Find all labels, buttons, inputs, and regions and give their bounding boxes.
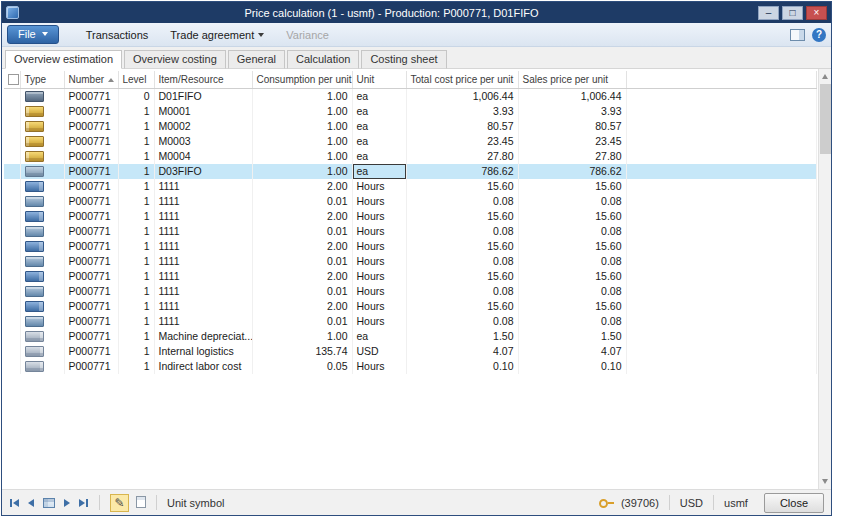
edit-mode-button[interactable]: ✎ xyxy=(110,494,129,512)
cell-unit: Hours xyxy=(352,224,406,239)
scroll-up-icon[interactable] xyxy=(819,70,831,83)
file-menu-button[interactable]: File xyxy=(7,25,59,44)
cell-sales-price: 4.07 xyxy=(518,344,626,359)
file-menu-label: File xyxy=(18,28,36,40)
table-row[interactable]: P000771 1 1111 2.00 Hours 15.60 15.60 xyxy=(4,239,817,254)
column-header-number[interactable]: Number xyxy=(64,71,118,88)
table-row[interactable]: P000771 1 1111 0.01 Hours 0.08 0.08 xyxy=(4,194,817,209)
grid-view-button[interactable] xyxy=(42,496,56,510)
statusbar-separator xyxy=(713,495,714,510)
indirect-cost-icon xyxy=(25,331,44,342)
cell-item-resource: Internal logistics xyxy=(154,344,252,359)
vertical-scrollbar[interactable] xyxy=(818,69,831,489)
table-row[interactable]: P000771 1 M0001 1.00 ea 3.93 3.93 xyxy=(4,104,817,119)
document-icon xyxy=(136,496,146,508)
table-row[interactable]: P000771 1 D03FIFO 1.00 ea 786.62 786.62 xyxy=(4,164,817,179)
tab-costing-sheet[interactable]: Costing sheet xyxy=(361,50,446,69)
minimize-button[interactable]: – xyxy=(758,6,779,20)
cell-total-cost-price: 0.08 xyxy=(406,314,518,329)
currency-indicator[interactable]: USD xyxy=(680,497,703,509)
select-all-header[interactable] xyxy=(4,71,20,88)
first-record-button[interactable] xyxy=(9,497,20,509)
cell-sales-price: 0.10 xyxy=(518,359,626,374)
cell-sales-price: 15.60 xyxy=(518,209,626,224)
table-row[interactable]: P000771 1 M0004 1.00 ea 27.80 27.80 xyxy=(4,149,817,164)
company-indicator[interactable]: usmf xyxy=(724,497,748,509)
cell-filler xyxy=(626,119,817,134)
maximize-button[interactable]: □ xyxy=(782,6,803,20)
cell-select xyxy=(4,194,20,209)
grid-header-row: Type Number Level Item/Resource Consumpt… xyxy=(4,71,817,88)
close-icon[interactable]: × xyxy=(806,6,827,20)
cell-type xyxy=(20,239,64,254)
close-window-button[interactable]: Close xyxy=(764,493,824,513)
table-row[interactable]: P000771 1 M0003 1.00 ea 23.45 23.45 xyxy=(4,134,817,149)
cell-filler xyxy=(626,104,817,119)
cell-type xyxy=(20,134,64,149)
cell-type xyxy=(20,269,64,284)
table-row[interactable]: P000771 1 Machine depreciat... 1.00 ea 1… xyxy=(4,329,817,344)
table-row[interactable]: P000771 1 1111 0.01 Hours 0.08 0.08 xyxy=(4,224,817,239)
cell-unit: Hours xyxy=(352,239,406,254)
cell-unit: ea xyxy=(352,164,406,179)
cell-filler xyxy=(626,149,817,164)
column-header-item-resource[interactable]: Item/Resource xyxy=(154,71,252,88)
tab-calculation[interactable]: Calculation xyxy=(287,50,359,69)
scroll-down-icon[interactable] xyxy=(819,475,831,488)
cell-consumption: 2.00 xyxy=(252,209,352,224)
cell-unit: Hours xyxy=(352,194,406,209)
document-attachment-button[interactable] xyxy=(136,494,146,512)
column-header-consumption[interactable]: Consumption per unit xyxy=(252,71,352,88)
select-all-checkbox[interactable] xyxy=(8,74,19,85)
cell-type xyxy=(20,329,64,344)
table-row[interactable]: P000771 1 1111 2.00 Hours 15.60 15.60 xyxy=(4,299,817,314)
cell-level: 1 xyxy=(118,104,154,119)
cell-sales-price: 0.08 xyxy=(518,194,626,209)
cell-type xyxy=(20,209,64,224)
cell-filler xyxy=(626,254,817,269)
table-row[interactable]: P000771 1 Internal logistics 135.74 USD … xyxy=(4,344,817,359)
menu-item-transactions[interactable]: Transactions xyxy=(86,29,149,41)
cell-item-resource: 1111 xyxy=(154,179,252,194)
last-record-button[interactable] xyxy=(78,497,89,509)
cell-sales-price: 3.93 xyxy=(518,104,626,119)
column-header-total-cost-price[interactable]: Total cost price per unit xyxy=(406,71,518,88)
window-layout-icon[interactable] xyxy=(790,29,805,41)
table-row[interactable]: P000771 1 1111 2.00 Hours 15.60 15.60 xyxy=(4,179,817,194)
column-header-level[interactable]: Level xyxy=(118,71,154,88)
menu-item-trade-agreement[interactable]: Trade agreement xyxy=(170,29,264,41)
column-header-sales-price[interactable]: Sales price per unit xyxy=(518,71,626,88)
tab-general[interactable]: General xyxy=(228,50,285,69)
tab-overview-costing[interactable]: Overview costing xyxy=(124,50,226,69)
column-header-type[interactable]: Type xyxy=(20,71,64,88)
cell-level: 1 xyxy=(118,269,154,284)
cell-number: P000771 xyxy=(64,179,118,194)
table-row[interactable]: P000771 1 1111 0.01 Hours 0.08 0.08 xyxy=(4,284,817,299)
cell-item-resource: M0003 xyxy=(154,134,252,149)
window-controls: – □ × xyxy=(758,6,827,20)
table-row[interactable]: P000771 1 1111 0.01 Hours 0.08 0.08 xyxy=(4,314,817,329)
cell-total-cost-price: 1.50 xyxy=(406,329,518,344)
scrollbar-thumb[interactable] xyxy=(820,84,831,154)
route-operation-icon xyxy=(25,181,44,192)
cell-consumption: 2.00 xyxy=(252,239,352,254)
table-row[interactable]: P000771 1 Indirect labor cost 0.05 Hours… xyxy=(4,359,817,374)
cell-consumption: 2.00 xyxy=(252,179,352,194)
next-record-button[interactable] xyxy=(63,497,71,509)
route-setup-icon xyxy=(25,196,44,207)
table-row[interactable]: P000771 1 1111 0.01 Hours 0.08 0.08 xyxy=(4,254,817,269)
table-row[interactable]: P000771 1 M0002 1.00 ea 80.57 80.57 xyxy=(4,119,817,134)
cell-sales-price: 786.62 xyxy=(518,164,626,179)
cell-item-resource: 1111 xyxy=(154,209,252,224)
table-row[interactable]: P000771 0 D01FIFO 1.00 ea 1,006.44 1,006… xyxy=(4,88,817,104)
help-icon[interactable]: ? xyxy=(812,28,826,42)
table-row[interactable]: P000771 1 1111 2.00 Hours 15.60 15.60 xyxy=(4,269,817,284)
column-header-unit[interactable]: Unit xyxy=(352,71,406,88)
title-bar: Price calculation (1 - usmf) - Productio… xyxy=(2,2,831,23)
cell-total-cost-price: 23.45 xyxy=(406,134,518,149)
tab-overview-estimation[interactable]: Overview estimation xyxy=(5,50,122,69)
table-row[interactable]: P000771 1 1111 2.00 Hours 15.60 15.60 xyxy=(4,209,817,224)
cell-filler xyxy=(626,314,817,329)
tab-strip: Overview estimation Overview costing Gen… xyxy=(2,47,831,69)
previous-record-button[interactable] xyxy=(27,497,35,509)
